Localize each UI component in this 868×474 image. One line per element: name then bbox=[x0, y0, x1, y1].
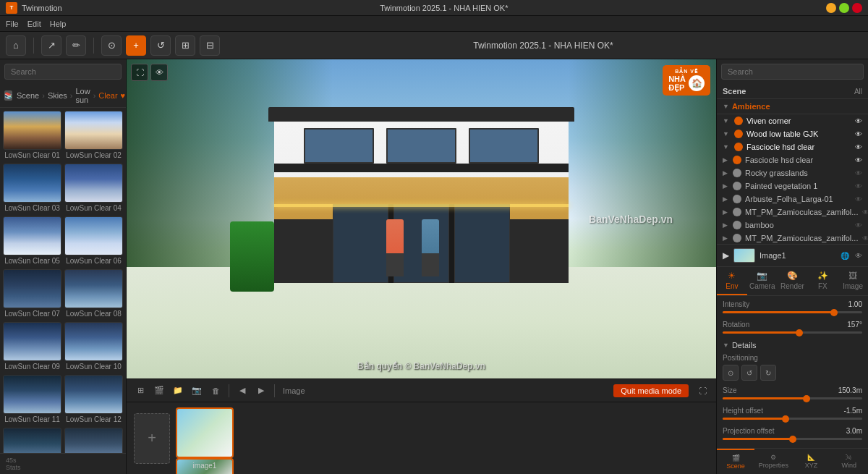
scene-toggle-2[interactable]: ▼ bbox=[723, 143, 729, 151]
rotation-thumb[interactable] bbox=[796, 329, 803, 337]
ambience-collapse-icon[interactable]: ▼ bbox=[723, 103, 729, 110]
left-search-input[interactable] bbox=[4, 64, 122, 80]
rotation-slider[interactable] bbox=[723, 331, 862, 334]
quit-media-button[interactable]: Quit media mode bbox=[613, 384, 689, 397]
right-search-input[interactable] bbox=[721, 64, 864, 80]
bt-film-btn[interactable]: 🎬 bbox=[151, 383, 167, 399]
scene-toggle-8[interactable]: ▶ bbox=[723, 221, 728, 229]
layout-button[interactable]: ⊟ bbox=[200, 35, 220, 56]
nav-library[interactable]: Scene bbox=[17, 91, 39, 100]
scene-toggle-9[interactable]: ▶ bbox=[723, 234, 728, 242]
scene-item-1[interactable]: ▼ Wood low table GJK 👁 bbox=[717, 127, 868, 140]
sky-item-7[interactable]: LowSun Clear 07 bbox=[3, 269, 61, 319]
sky-item-9[interactable]: LowSun Clear 09 bbox=[3, 322, 61, 372]
scene-item-3[interactable]: ▶ Fasciocle hsd clear 👁 bbox=[717, 153, 868, 166]
bt-grid-btn[interactable]: ⊞ bbox=[132, 383, 148, 399]
scene-item-8[interactable]: ▶ bamboo 👁 bbox=[717, 219, 868, 232]
grid-button[interactable]: ⊞ bbox=[175, 35, 195, 56]
sky-item-13[interactable]: LowSun Clear 13 bbox=[3, 428, 61, 453]
height-offset-slider[interactable] bbox=[723, 418, 862, 420]
scene-eye-8[interactable]: 👁 bbox=[855, 221, 862, 229]
intensity-thumb[interactable] bbox=[830, 309, 838, 316]
plus-button[interactable]: + bbox=[126, 35, 146, 56]
scene-eye-6[interactable]: 👁 bbox=[855, 195, 862, 203]
sky-item-14[interactable]: LowSun Clear 14 bbox=[64, 428, 123, 453]
tab-fx[interactable]: ✨ FX bbox=[807, 267, 838, 295]
bt-folder-btn[interactable]: 📁 bbox=[170, 383, 186, 399]
scene-item-5[interactable]: ▶ Painted vegetation 1 👁 bbox=[717, 179, 868, 192]
scene-eye-2[interactable]: 👁 bbox=[855, 143, 862, 151]
image1-eye-icon[interactable]: 👁 bbox=[855, 252, 862, 260]
scene-filter-all[interactable]: All bbox=[854, 88, 862, 96]
nav-lowsun[interactable]: Low sun bbox=[75, 87, 90, 104]
sky-item-3[interactable]: LowSun Clear 03 bbox=[3, 164, 61, 213]
scene-item-9[interactable]: ▶ MT_PM_Zamioculcas_zamifol... 👁 bbox=[717, 232, 868, 245]
pos-btn-1[interactable]: ⊙ bbox=[723, 365, 739, 381]
menu-help[interactable]: Help bbox=[50, 20, 67, 28]
sky-item-6[interactable]: LowSun Clear 06 bbox=[64, 216, 123, 266]
pos-btn-3[interactable]: ↻ bbox=[760, 365, 776, 381]
scene-item-0[interactable]: ▼ Viven corner 👁 bbox=[717, 114, 868, 127]
minimize-button[interactable] bbox=[826, 3, 836, 13]
scene-eye-5[interactable]: 👁 bbox=[855, 182, 862, 190]
intensity-slider[interactable] bbox=[723, 311, 862, 313]
add-media-button[interactable]: + bbox=[134, 413, 170, 464]
sky-item-5[interactable]: LowSun Clear 05 bbox=[3, 216, 61, 266]
scene-toggle-4[interactable]: ▶ bbox=[723, 169, 728, 177]
scene-item-4[interactable]: ▶ Rocky grasslands 👁 bbox=[717, 166, 868, 179]
pen-button[interactable]: ✏ bbox=[66, 35, 86, 56]
nav-skies[interactable]: Skies bbox=[48, 91, 67, 100]
sky-item-4[interactable]: LowSun Clear 04 bbox=[64, 164, 123, 213]
scene-item-6[interactable]: ▶ Arbuste_Folha_Larga-01 👁 bbox=[717, 192, 868, 206]
projection-slider[interactable] bbox=[723, 438, 862, 440]
scene-toggle-1[interactable]: ▼ bbox=[723, 130, 729, 137]
scene-eye-0[interactable]: 👁 bbox=[855, 117, 862, 125]
right-tab-wind[interactable]: 🌬 Wind bbox=[830, 449, 868, 474]
tab-render[interactable]: 🎨 Render bbox=[778, 267, 808, 295]
tab-image[interactable]: 🖼 Image bbox=[838, 267, 868, 295]
expand-button[interactable]: ⛶ bbox=[131, 64, 148, 81]
tab-camera[interactable]: 📷 Camera bbox=[747, 267, 778, 295]
image1-item[interactable]: ▶ Image1 🌐 👁 bbox=[717, 245, 868, 267]
bt-fullscreen-btn[interactable]: ⛶ bbox=[694, 383, 710, 399]
projection-thumb[interactable] bbox=[789, 436, 796, 443]
menu-edit[interactable]: Edit bbox=[27, 20, 41, 28]
size-thumb[interactable] bbox=[803, 395, 810, 402]
scene-eye-3[interactable]: 👁 bbox=[855, 156, 862, 164]
camera-button[interactable]: ⊙ bbox=[101, 35, 122, 56]
favorite-icon[interactable]: ♥ bbox=[121, 91, 126, 100]
bt-prev-btn[interactable]: ◀ bbox=[234, 383, 250, 399]
close-button[interactable] bbox=[852, 3, 862, 13]
size-slider[interactable] bbox=[723, 397, 862, 399]
height-offset-thumb[interactable] bbox=[782, 415, 789, 423]
media-thumb-image1[interactable] bbox=[176, 407, 234, 458]
sky-item-1[interactable]: LowSun Clear 01 bbox=[3, 111, 61, 161]
sky-item-2[interactable]: LowSun Clear 02 bbox=[64, 111, 123, 161]
tab-env[interactable]: ☀ Env bbox=[717, 267, 747, 295]
sky-item-12[interactable]: LowSun Clear 12 bbox=[64, 375, 123, 425]
details-collapse-icon[interactable]: ▼ bbox=[723, 342, 729, 349]
right-tab-xyz[interactable]: 📐 XYZ bbox=[793, 449, 830, 474]
refresh-button[interactable]: ↺ bbox=[150, 35, 171, 56]
right-tab-properties[interactable]: ⚙ Properties bbox=[754, 449, 792, 474]
scene-eye-9[interactable]: 👁 bbox=[862, 234, 869, 242]
scene-eye-1[interactable]: 👁 bbox=[855, 130, 862, 138]
move-button[interactable]: ↗ bbox=[41, 35, 61, 56]
scene-toggle-7[interactable]: ▶ bbox=[723, 208, 728, 216]
scene-toggle-0[interactable]: ▼ bbox=[723, 117, 729, 124]
sky-item-10[interactable]: LowSun Clear 10 bbox=[64, 322, 123, 372]
scene-eye-7[interactable]: 👁 bbox=[862, 208, 869, 216]
scene-item-7[interactable]: ▶ MT_PM_Zamioculcas_zamifol... 👁 bbox=[717, 206, 868, 219]
eye-button[interactable]: 👁 bbox=[150, 64, 168, 81]
bt-trash-btn[interactable]: 🗑 bbox=[208, 383, 224, 399]
bt-next-btn[interactable]: ▶ bbox=[253, 383, 269, 399]
bt-camera-btn[interactable]: 📷 bbox=[189, 383, 205, 399]
sky-item-8[interactable]: LowSun Clear 08 bbox=[64, 269, 123, 319]
scene-toggle-6[interactable]: ▶ bbox=[723, 195, 728, 203]
sky-item-11[interactable]: LowSun Clear 11 bbox=[3, 375, 61, 425]
scene-item-2[interactable]: ▼ Fasciocle hsd clear 👁 bbox=[717, 140, 868, 153]
pos-btn-2[interactable]: ↺ bbox=[741, 365, 757, 381]
scene-toggle-3[interactable]: ▶ bbox=[723, 156, 728, 164]
scene-eye-4[interactable]: 👁 bbox=[855, 169, 862, 177]
right-tab-scene[interactable]: 🎬 Scene bbox=[717, 449, 754, 474]
